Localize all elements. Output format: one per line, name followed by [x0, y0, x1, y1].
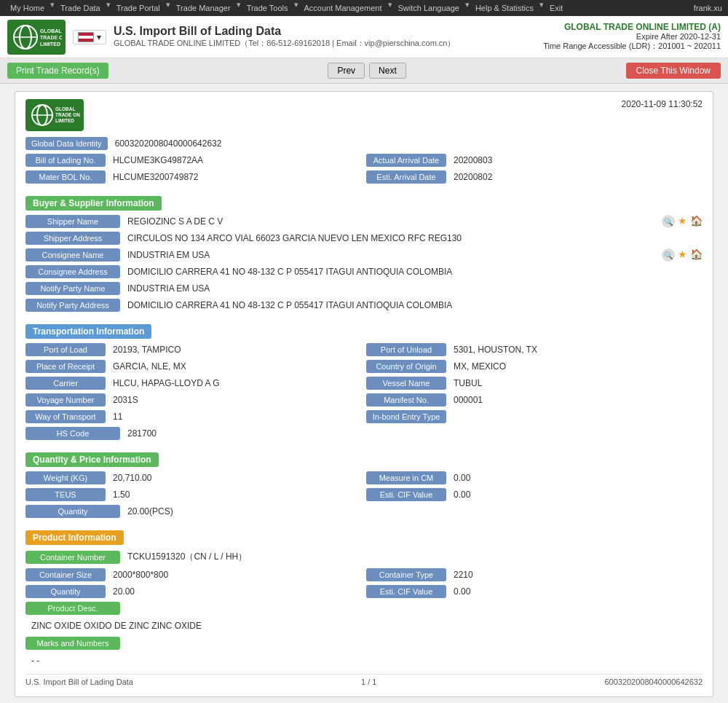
company-name: GLOBAL TRADE ONLINE LIMITED (A) — [543, 22, 721, 32]
card-logo: GLOBAL TRADE ONLINE LIMITED — [25, 99, 84, 131]
measure-pair: Measure in CM 0.00 — [366, 471, 703, 484]
quantity2-pair: Quantity 20.00 — [25, 585, 362, 598]
notify-party-name-row: Notify Party Name INDUSTRIA EM USA — [25, 282, 703, 295]
teus-cif-row: TEUS 1.50 Esti. CIF Value 0.00 — [25, 488, 703, 501]
next-button[interactable]: Next — [369, 63, 406, 79]
voyage-number-value: 2031S — [110, 393, 362, 407]
nav-trademanager[interactable]: Trade Manager — [172, 0, 235, 16]
port-row: Port of Load 20193, TAMPICO Port of Unlo… — [25, 343, 703, 356]
print-button[interactable]: Print Trade Record(s) — [7, 63, 108, 79]
quantity-value: 20.00(PCS) — [124, 505, 703, 518]
toolbar-left: Print Trade Record(s) — [7, 63, 108, 79]
manifest-no-label: Manifest No. — [366, 393, 446, 407]
container-size-label: Container Size — [25, 568, 106, 581]
nav-help[interactable]: Help & Statistics — [471, 0, 538, 16]
place-receipt-pair: Place of Receipt GARCIA, NLE, MX — [25, 360, 362, 373]
bol-no-label: Bill of Lading No. — [25, 154, 106, 167]
nav-tradetools[interactable]: Trade Tools — [242, 0, 293, 16]
mater-bol-row: Mater BOL No. HLCUME3200749872 Esti. Arr… — [25, 170, 703, 184]
esti-cif-value-label: Esti. CIF Value — [366, 488, 446, 501]
quantity-price-section-header: Quantity & Price Information — [25, 449, 703, 471]
nav-tradeportal[interactable]: Trade Portal — [112, 0, 165, 16]
header-title-block: U.S. Import Bill of Lading Data GLOBAL T… — [114, 25, 455, 49]
product-desc-label: Product Desc. — [25, 602, 120, 615]
top-navigation: My Home ▾ Trade Data ▾ Trade Portal ▾ Tr… — [0, 0, 728, 16]
place-of-receipt-label: Place of Receipt — [25, 360, 106, 373]
mater-bol-no-label: Mater BOL No. — [25, 170, 106, 184]
teus-pair: TEUS 1.50 — [25, 488, 362, 501]
card-footer-title: U.S. Import Bill of Lading Data — [25, 678, 133, 686]
svg-text:TRADE ONLINE: TRADE ONLINE — [40, 35, 62, 40]
svg-text:TRADE ONLINE: TRADE ONLINE — [55, 112, 80, 117]
page-title: U.S. Import Bill of Lading Data — [114, 25, 455, 38]
inbond-entry-type-label: In-bond Entry Type — [366, 410, 446, 423]
teus-label: TEUS — [25, 488, 106, 501]
consignee-address-value: DOMICILIO CARRERA 41 NO 48-132 C P 05541… — [124, 265, 703, 278]
consignee-address-row: Consignee Address DOMICILIO CARRERA 41 N… — [25, 265, 703, 278]
quantity-row: Quantity 20.00(PCS) — [25, 505, 703, 518]
nav-exit[interactable]: Exit — [545, 0, 567, 16]
close-button[interactable]: Close This Window — [626, 63, 721, 79]
bol-no-pair: Bill of Lading No. HLCUME3KG49872AA — [25, 154, 362, 167]
notify-party-name-value: INDUSTRIA EM USA — [124, 282, 703, 295]
teus-value: 1.50 — [110, 488, 362, 501]
svg-text:GLOBAL: GLOBAL — [40, 28, 62, 34]
flag-selector[interactable]: ▾ — [73, 30, 106, 44]
record-timestamp: 2020-11-09 11:30:52 — [622, 99, 703, 109]
shipper-star-icon[interactable]: ★ — [678, 215, 687, 228]
inbond-entry-type-value — [451, 415, 703, 418]
consignee-star-icon[interactable]: ★ — [678, 248, 687, 262]
esti-cif-pair: Esti. CIF Value 0.00 — [366, 488, 703, 501]
quantity2-value: 20.00 — [110, 585, 362, 598]
product-desc-value: ZINC OXIDE OXIDO DE ZINC ZINC OXIDE — [25, 618, 703, 633]
voyage-manifest-row: Voyage Number 2031S Manifest No. 000001 — [25, 393, 703, 407]
notify-party-address-label: Notify Party Address — [25, 299, 120, 312]
country-origin-pair: Country of Origin MX, MEXICO — [366, 360, 703, 373]
prev-button[interactable]: Prev — [328, 63, 365, 79]
nav-myhome[interactable]: My Home — [6, 0, 49, 16]
time-range: Time Range Accessible (LDR)：201001 ~ 202… — [543, 41, 721, 52]
esti-arrival-date-value: 20200802 — [451, 170, 703, 184]
inbond-pair: In-bond Entry Type — [366, 410, 703, 423]
shipper-search-icon[interactable]: 🔍 — [662, 215, 675, 228]
mater-bol-no-value: HLCUME3200749872 — [110, 170, 362, 184]
esti-cif2-pair: Esti. CIF Value 0.00 — [366, 585, 703, 598]
port-of-unload-label: Port of Unload — [366, 343, 446, 356]
nav-items: My Home ▾ Trade Data ▾ Trade Portal ▾ Tr… — [6, 0, 567, 16]
nav-tradedata[interactable]: Trade Data — [56, 0, 105, 16]
svg-text:LIMITED: LIMITED — [40, 42, 60, 47]
notify-party-address-value: DOMICILIO CARRERA 41 NO 48-132 C P 05541… — [124, 299, 703, 312]
consignee-name-value: INDUSTRIA EM USA — [124, 248, 657, 262]
nav-accountmgmt[interactable]: Account Management — [300, 0, 387, 16]
esti-cif-value2-value: 0.00 — [451, 585, 703, 598]
main-content: GLOBAL TRADE ONLINE LIMITED 2020-11-09 1… — [0, 84, 728, 703]
consignee-name-label: Consignee Name — [25, 248, 120, 262]
carrier-value: HLCU, HAPAG-LLOYD A G — [110, 377, 362, 390]
header-subtitle: GLOBAL TRADE ONLINE LIMITED（Tel：86-512-6… — [114, 38, 455, 49]
transport-section-header: Transportation Information — [25, 321, 703, 343]
consignee-search-icon[interactable]: 🔍 — [662, 248, 675, 262]
transport-inbond-row: Way of Transport 11 In-bond Entry Type — [25, 410, 703, 423]
shipper-address-value: CIRCULOS NO 134 ARCO VIAL 66023 GARCIA N… — [124, 232, 703, 245]
place-of-receipt-value: GARCIA, NLE, MX — [110, 360, 362, 373]
marks-and-numbers-value: - - — [25, 653, 703, 668]
weight-measure-row: Weight (KG) 20,710.00 Measure in CM 0.00 — [25, 471, 703, 484]
transport-label: Transportation Information — [25, 324, 151, 339]
receipt-origin-row: Place of Receipt GARCIA, NLE, MX Country… — [25, 360, 703, 373]
quantity-price-label: Quantity & Price Information — [25, 452, 159, 467]
card-footer-page: 1 / 1 — [361, 678, 376, 686]
port-of-load-value: 20193, TAMPICO — [110, 343, 362, 356]
product-label: Product Information — [25, 530, 124, 545]
container-number-value: TCKU1591320（CN / L / HH） — [124, 549, 703, 565]
consignee-home-icon[interactable]: 🏠 — [690, 248, 703, 262]
buyer-supplier-label: Buyer & Supplier Information — [25, 196, 162, 211]
nav-switchlang[interactable]: Switch Language — [394, 0, 464, 16]
container-size-pair: Container Size 2000*800*800 — [25, 568, 362, 581]
hs-code-value: 281700 — [124, 427, 703, 440]
measure-in-cm-label: Measure in CM — [366, 471, 446, 484]
marks-numbers-row: Marks and Numbers — [25, 637, 703, 650]
logo: GLOBAL TRADE ONLINE LIMITED — [7, 20, 66, 55]
shipper-home-icon[interactable]: 🏠 — [690, 215, 703, 228]
bol-no-value: HLCUME3KG49872AA — [110, 154, 362, 167]
expire-date: Expire After 2020-12-31 — [543, 32, 721, 41]
